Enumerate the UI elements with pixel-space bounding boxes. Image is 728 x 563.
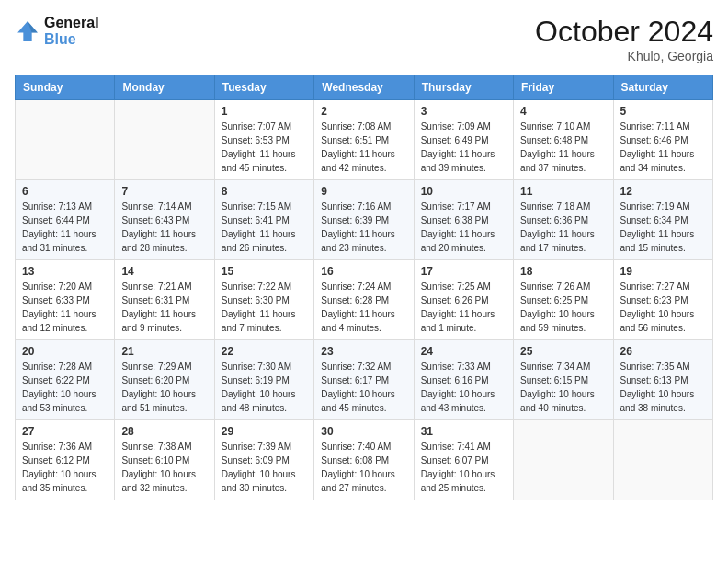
day-info: Sunrise: 7:25 AMSunset: 6:26 PMDaylight:… (421, 280, 506, 335)
calendar-cell (613, 420, 712, 500)
day-number: 20 (22, 345, 108, 358)
page-header: General Blue October 2024 Khulo, Georgia (15, 15, 713, 63)
day-info: Sunrise: 7:09 AMSunset: 6:49 PMDaylight:… (421, 120, 506, 175)
calendar-cell: 7Sunrise: 7:14 AMSunset: 6:43 PMDaylight… (115, 180, 214, 260)
day-info: Sunrise: 7:14 AMSunset: 6:43 PMDaylight:… (121, 200, 207, 255)
weekday-header: Wednesday (314, 75, 414, 100)
day-info: Sunrise: 7:18 AMSunset: 6:36 PMDaylight:… (520, 200, 606, 255)
day-info: Sunrise: 7:30 AMSunset: 6:19 PMDaylight:… (222, 360, 307, 415)
logo: General Blue (15, 15, 99, 48)
day-info: Sunrise: 7:17 AMSunset: 6:38 PMDaylight:… (421, 200, 506, 255)
calendar-cell: 15Sunrise: 7:22 AMSunset: 6:30 PMDayligh… (214, 260, 313, 340)
location: Khulo, Georgia (535, 49, 713, 63)
day-info: Sunrise: 7:29 AMSunset: 6:20 PMDaylight:… (121, 360, 207, 415)
calendar-header-row: SundayMondayTuesdayWednesdayThursdayFrid… (16, 75, 713, 100)
calendar-cell: 8Sunrise: 7:15 AMSunset: 6:41 PMDaylight… (214, 180, 313, 260)
day-number: 9 (321, 185, 406, 198)
day-info: Sunrise: 7:11 AMSunset: 6:46 PMDaylight:… (620, 120, 706, 175)
day-info: Sunrise: 7:22 AMSunset: 6:30 PMDaylight:… (222, 280, 307, 335)
day-number: 6 (22, 185, 108, 198)
day-info: Sunrise: 7:20 AMSunset: 6:33 PMDaylight:… (22, 280, 108, 335)
calendar-cell: 10Sunrise: 7:17 AMSunset: 6:38 PMDayligh… (414, 180, 513, 260)
calendar-cell (16, 100, 115, 180)
day-info: Sunrise: 7:24 AMSunset: 6:28 PMDaylight:… (321, 280, 406, 335)
day-number: 18 (520, 265, 606, 278)
weekday-header: Saturday (613, 75, 712, 100)
calendar-cell: 19Sunrise: 7:27 AMSunset: 6:23 PMDayligh… (613, 260, 712, 340)
day-number: 11 (520, 185, 606, 198)
day-number: 27 (22, 425, 108, 438)
weekday-header: Tuesday (214, 75, 313, 100)
weekday-header: Friday (514, 75, 613, 100)
calendar-cell: 23Sunrise: 7:32 AMSunset: 6:17 PMDayligh… (314, 340, 414, 420)
calendar-cell: 20Sunrise: 7:28 AMSunset: 6:22 PMDayligh… (16, 340, 115, 420)
day-number: 25 (520, 345, 606, 358)
weekday-header: Thursday (414, 75, 513, 100)
day-number: 17 (421, 265, 506, 278)
day-number: 23 (321, 345, 406, 358)
calendar-cell: 1Sunrise: 7:07 AMSunset: 6:53 PMDaylight… (214, 100, 313, 180)
calendar-cell: 12Sunrise: 7:19 AMSunset: 6:34 PMDayligh… (613, 180, 712, 260)
day-info: Sunrise: 7:19 AMSunset: 6:34 PMDaylight:… (620, 200, 706, 255)
calendar-cell: 29Sunrise: 7:39 AMSunset: 6:09 PMDayligh… (214, 420, 313, 500)
calendar-cell: 25Sunrise: 7:34 AMSunset: 6:15 PMDayligh… (514, 340, 613, 420)
calendar-cell: 31Sunrise: 7:41 AMSunset: 6:07 PMDayligh… (414, 420, 513, 500)
day-info: Sunrise: 7:34 AMSunset: 6:15 PMDaylight:… (520, 360, 606, 415)
day-number: 4 (520, 105, 606, 118)
day-info: Sunrise: 7:10 AMSunset: 6:48 PMDaylight:… (520, 120, 606, 175)
calendar-cell: 27Sunrise: 7:36 AMSunset: 6:12 PMDayligh… (16, 420, 115, 500)
day-number: 31 (421, 425, 506, 438)
calendar-cell: 13Sunrise: 7:20 AMSunset: 6:33 PMDayligh… (16, 260, 115, 340)
day-number: 10 (421, 185, 506, 198)
day-number: 15 (222, 265, 307, 278)
calendar-cell (514, 420, 613, 500)
calendar-cell: 9Sunrise: 7:16 AMSunset: 6:39 PMDaylight… (314, 180, 414, 260)
calendar-cell: 2Sunrise: 7:08 AMSunset: 6:51 PMDaylight… (314, 100, 414, 180)
day-number: 26 (620, 345, 706, 358)
day-info: Sunrise: 7:27 AMSunset: 6:23 PMDaylight:… (620, 280, 706, 335)
day-number: 8 (222, 185, 307, 198)
calendar-cell: 17Sunrise: 7:25 AMSunset: 6:26 PMDayligh… (414, 260, 513, 340)
calendar-cell: 30Sunrise: 7:40 AMSunset: 6:08 PMDayligh… (314, 420, 414, 500)
day-number: 3 (421, 105, 506, 118)
weekday-header: Monday (115, 75, 214, 100)
calendar-cell: 24Sunrise: 7:33 AMSunset: 6:16 PMDayligh… (414, 340, 513, 420)
calendar-cell: 14Sunrise: 7:21 AMSunset: 6:31 PMDayligh… (115, 260, 214, 340)
calendar-cell: 6Sunrise: 7:13 AMSunset: 6:44 PMDaylight… (16, 180, 115, 260)
day-number: 19 (620, 265, 706, 278)
day-number: 12 (620, 185, 706, 198)
day-info: Sunrise: 7:15 AMSunset: 6:41 PMDaylight:… (222, 200, 307, 255)
day-info: Sunrise: 7:13 AMSunset: 6:44 PMDaylight:… (22, 200, 108, 255)
calendar-week-row: 13Sunrise: 7:20 AMSunset: 6:33 PMDayligh… (16, 260, 713, 340)
calendar-week-row: 27Sunrise: 7:36 AMSunset: 6:12 PMDayligh… (16, 420, 713, 500)
calendar-table: SundayMondayTuesdayWednesdayThursdayFrid… (15, 75, 713, 500)
day-number: 24 (421, 345, 506, 358)
calendar-week-row: 6Sunrise: 7:13 AMSunset: 6:44 PMDaylight… (16, 180, 713, 260)
day-info: Sunrise: 7:21 AMSunset: 6:31 PMDaylight:… (121, 280, 207, 335)
logo-icon (15, 18, 40, 44)
calendar-week-row: 1Sunrise: 7:07 AMSunset: 6:53 PMDaylight… (16, 100, 713, 180)
day-number: 13 (22, 265, 108, 278)
calendar-cell: 18Sunrise: 7:26 AMSunset: 6:25 PMDayligh… (514, 260, 613, 340)
day-number: 2 (321, 105, 406, 118)
day-number: 29 (222, 425, 307, 438)
day-info: Sunrise: 7:28 AMSunset: 6:22 PMDaylight:… (22, 360, 108, 415)
day-number: 16 (321, 265, 406, 278)
day-info: Sunrise: 7:26 AMSunset: 6:25 PMDaylight:… (520, 280, 606, 335)
day-number: 30 (321, 425, 406, 438)
day-number: 14 (121, 265, 207, 278)
day-info: Sunrise: 7:35 AMSunset: 6:13 PMDaylight:… (620, 360, 706, 415)
day-info: Sunrise: 7:36 AMSunset: 6:12 PMDaylight:… (22, 440, 108, 495)
day-number: 7 (121, 185, 207, 198)
calendar-cell: 4Sunrise: 7:10 AMSunset: 6:48 PMDaylight… (514, 100, 613, 180)
day-info: Sunrise: 7:07 AMSunset: 6:53 PMDaylight:… (222, 120, 307, 175)
title-block: October 2024 Khulo, Georgia (535, 15, 713, 63)
calendar-cell: 3Sunrise: 7:09 AMSunset: 6:49 PMDaylight… (414, 100, 513, 180)
day-info: Sunrise: 7:33 AMSunset: 6:16 PMDaylight:… (421, 360, 506, 415)
day-number: 5 (620, 105, 706, 118)
calendar-cell: 5Sunrise: 7:11 AMSunset: 6:46 PMDaylight… (613, 100, 712, 180)
weekday-header: Sunday (16, 75, 115, 100)
calendar-week-row: 20Sunrise: 7:28 AMSunset: 6:22 PMDayligh… (16, 340, 713, 420)
calendar-cell: 26Sunrise: 7:35 AMSunset: 6:13 PMDayligh… (613, 340, 712, 420)
month-title: October 2024 (535, 15, 713, 49)
